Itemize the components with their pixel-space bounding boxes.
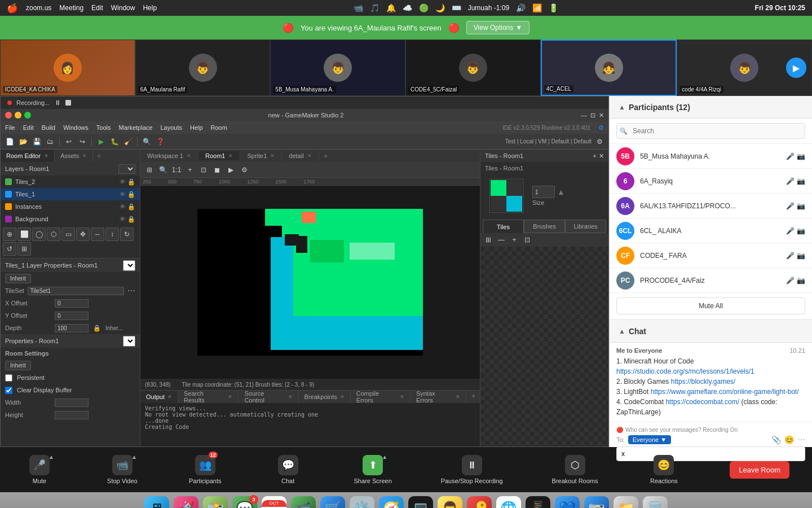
layer-props-dropdown[interactable] [123, 260, 135, 271]
chat-emoji-icon[interactable]: 😊 [784, 435, 794, 444]
tab-detail[interactable]: detail ✕ [282, 151, 319, 160]
canvas-toggle-icon[interactable]: ◼ [211, 164, 223, 176]
mute-expand-icon[interactable]: ▲ [48, 454, 54, 460]
layers-dropdown[interactable] [118, 164, 135, 174]
tool-brush[interactable]: ⬜ [17, 227, 31, 241]
new-icon[interactable]: 📄 [4, 136, 15, 147]
next-participant-button[interactable]: ▶ [786, 58, 806, 78]
layer-lock-icon-1[interactable]: 🔒 [127, 191, 135, 198]
menu-help[interactable]: Help [143, 4, 157, 12]
dock-launchpad[interactable]: 🚀 [174, 496, 198, 509]
zoom-reset-icon[interactable]: 1:1 [171, 164, 182, 176]
participant-video-5[interactable]: 👧 4C_ACEL [541, 40, 677, 96]
room-props-dropdown[interactable] [123, 336, 135, 347]
menu-room[interactable]: Room [211, 124, 227, 131]
zoom-in-canvas-icon[interactable]: + [184, 164, 196, 176]
zoom-out-icon[interactable]: 🔍 [157, 164, 169, 176]
participant-video-1[interactable]: 👩 ICODE4_KA CHIKA [0, 40, 135, 96]
assets-tab[interactable]: Assets ✕ [55, 150, 93, 162]
dock-vscode[interactable]: 💙 [555, 496, 580, 509]
menu-window[interactable]: Window [111, 4, 135, 12]
menu-layouts[interactable]: Layouts [160, 124, 182, 131]
tool-move[interactable]: ✥ [76, 227, 90, 241]
menu-marketplace[interactable]: Marketplace [118, 124, 152, 131]
link-codecombat[interactable]: https://codecombat.com/ [665, 398, 739, 406]
breakout-rooms-button[interactable]: ⬡ Breakout Rooms [552, 455, 598, 484]
tab-room1[interactable]: Room1 ✕ [198, 151, 240, 160]
grid-toggle-icon[interactable]: ⊞ [144, 164, 155, 176]
canvas-area[interactable] [140, 186, 480, 379]
participants-button[interactable]: 👥 12 Participants [188, 455, 222, 484]
fit-canvas-icon[interactable]: ⊡ [198, 164, 209, 176]
dock-trash[interactable]: 🗑️ [643, 496, 668, 509]
detail-close[interactable]: ✕ [307, 153, 312, 159]
canvas-settings-icon[interactable]: ⚙ [239, 164, 250, 176]
tile-number-up[interactable]: ▲ [557, 187, 565, 196]
app-name[interactable]: zoom.us [26, 4, 51, 12]
width-input[interactable]: 1366 [55, 398, 89, 407]
syntax-errors-close[interactable]: ✕ [456, 394, 460, 400]
dock-messages[interactable]: 💬 3 [232, 496, 257, 509]
tile-zoom-out-icon[interactable]: — [496, 234, 507, 246]
dock-settings[interactable]: ⚙️ [350, 496, 374, 509]
xoffset-input[interactable] [55, 299, 89, 308]
layer-vis-icon[interactable]: 👁 [120, 178, 126, 186]
room-editor-close[interactable]: ✕ [44, 153, 48, 159]
source-control-tab[interactable]: Source Control ✕ [239, 391, 298, 403]
dock-safari[interactable]: 🧭 [379, 496, 404, 509]
link-blockly[interactable]: https://blockly.games/ [671, 378, 736, 386]
tool-fill[interactable]: ⬡ [47, 227, 60, 241]
window-close-icon[interactable]: ✕ [599, 112, 604, 119]
chat-toolbar-button[interactable]: 💬 Chat [271, 455, 305, 484]
chat-more-icon[interactable]: ⋯ [797, 435, 805, 444]
minimize-button[interactable] [15, 112, 21, 119]
participant-item-6cl[interactable]: 6CL 6CL_ ALAIKA 🎤 📷 [610, 218, 812, 243]
layer-vis-icon-2[interactable]: 👁 [120, 203, 126, 211]
debug-icon[interactable]: 🐛 [109, 136, 120, 147]
dock-calendar[interactable]: OCT 29 [262, 496, 286, 509]
chat-to-everyone-button[interactable]: Everyone ▼ [628, 435, 671, 444]
menu-help[interactable]: Help [190, 124, 203, 131]
output-close[interactable]: ✕ [167, 394, 172, 400]
tool-flip-h[interactable]: ↔ [91, 227, 104, 241]
menu-tools[interactable]: Tools [96, 124, 111, 131]
menu-windows[interactable]: Windows [63, 124, 89, 131]
link-minecraft[interactable]: https://studio.code.org/s/mc/lessons/1/l… [616, 367, 754, 375]
view-options-button[interactable]: View Options ▼ [466, 21, 529, 34]
link-lightbot[interactable]: https://www.gameflare.com/online-game/li… [651, 388, 799, 396]
participant-item-cf[interactable]: CF CODE4_ FARA 🎤 📷 [610, 243, 812, 268]
search-results-tab[interactable]: Search Results ✕ [178, 391, 239, 403]
dock-chrome[interactable]: 🌐 [496, 496, 521, 509]
layer-lock-icon-3[interactable]: 🔒 [127, 216, 135, 223]
test-settings-icon[interactable]: ⚙ [594, 136, 605, 147]
tool-select[interactable]: ⊕ [3, 227, 16, 241]
breakpoints-close[interactable]: ✕ [340, 394, 345, 400]
layer-vis-icon-3[interactable]: 👁 [120, 216, 126, 223]
output-tab[interactable]: Output ✕ [140, 391, 178, 403]
participant-video-4[interactable]: 👦 CODE4_5C/Faizal [405, 40, 541, 96]
close-button[interactable] [5, 112, 12, 119]
help-icon[interactable]: ❓ [155, 136, 166, 147]
participant-item-6a[interactable]: 6A 6AL/K13.TAHFIDZ11/PROCO... 🎤 📷 [610, 194, 812, 218]
dock-terminal[interactable]: 💻 [408, 496, 433, 509]
dock-zoom[interactable]: 📷 [584, 496, 609, 509]
tiles-tab[interactable]: Tiles [483, 220, 524, 233]
chat-attach-icon[interactable]: 📎 [771, 435, 781, 444]
tileset-settings[interactable]: ⋯ [127, 286, 135, 295]
tile-zoom-fit-icon[interactable]: ⊡ [522, 234, 533, 246]
save-icon[interactable]: 💾 [31, 136, 42, 147]
dock-finder[interactable]: 🖥 [144, 496, 169, 509]
video-expand-icon[interactable]: ▲ [131, 454, 137, 460]
tool-eraser[interactable]: ◯ [32, 227, 46, 241]
reactions-button[interactable]: 😊 Reactions [647, 455, 681, 484]
share-expand-icon[interactable]: ▲ [382, 454, 387, 460]
workspace1-close[interactable]: ✕ [187, 153, 191, 159]
run-icon[interactable]: ▶ [95, 136, 107, 147]
redo-icon[interactable]: ↪ [77, 136, 88, 147]
menu-file[interactable]: File [5, 124, 15, 131]
undo-icon[interactable]: ↩ [63, 136, 74, 147]
open-icon[interactable]: 📂 [17, 136, 29, 147]
depth-input[interactable] [55, 324, 89, 332]
persistent-checkbox[interactable] [5, 374, 12, 382]
dock-1password[interactable]: 🔑 [467, 496, 492, 509]
